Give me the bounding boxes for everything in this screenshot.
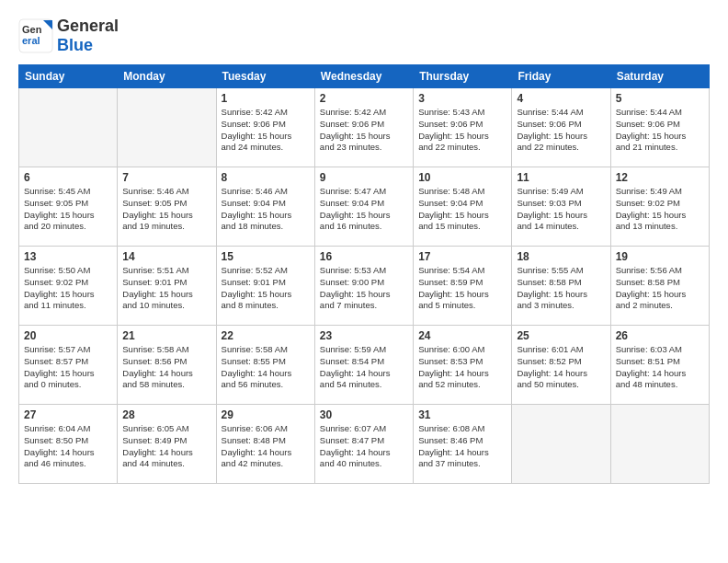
day-info: Sunrise: 5:45 AM Sunset: 9:05 PM Dayligh… [24, 186, 112, 233]
day-info: Sunrise: 5:43 AM Sunset: 9:06 PM Dayligh… [418, 107, 506, 154]
day-number: 13 [24, 250, 112, 263]
day-info: Sunrise: 6:03 AM Sunset: 8:51 PM Dayligh… [616, 344, 704, 391]
day-number: 26 [616, 329, 704, 342]
calendar-cell: 3Sunrise: 5:43 AM Sunset: 9:06 PM Daylig… [414, 88, 512, 167]
weekday-header-row: SundayMondayTuesdayWednesdayThursdayFrid… [19, 65, 710, 88]
day-number: 9 [320, 171, 408, 184]
day-info: Sunrise: 6:07 AM Sunset: 8:47 PM Dayligh… [320, 423, 408, 470]
calendar-cell: 14Sunrise: 5:51 AM Sunset: 9:01 PM Dayli… [118, 247, 216, 326]
page-header: Gen eral General Blue [18, 17, 710, 55]
calendar-body: 1Sunrise: 5:42 AM Sunset: 9:06 PM Daylig… [19, 88, 710, 484]
day-number: 17 [418, 250, 506, 263]
day-number: 7 [122, 171, 210, 184]
day-info: Sunrise: 6:00 AM Sunset: 8:53 PM Dayligh… [418, 344, 506, 391]
calendar-cell: 5Sunrise: 5:44 AM Sunset: 9:06 PM Daylig… [610, 88, 709, 167]
day-info: Sunrise: 5:49 AM Sunset: 9:02 PM Dayligh… [616, 186, 704, 233]
day-number: 28 [122, 408, 210, 421]
calendar-cell: 29Sunrise: 6:06 AM Sunset: 8:48 PM Dayli… [216, 405, 314, 484]
calendar-cell: 7Sunrise: 5:46 AM Sunset: 9:05 PM Daylig… [118, 167, 216, 247]
day-number: 19 [616, 250, 704, 263]
logo-svg: Gen eral [18, 18, 53, 53]
day-number: 5 [616, 92, 704, 105]
day-number: 6 [24, 171, 112, 184]
calendar-cell: 9Sunrise: 5:47 AM Sunset: 9:04 PM Daylig… [314, 167, 413, 247]
day-info: Sunrise: 5:50 AM Sunset: 9:02 PM Dayligh… [24, 265, 112, 312]
day-info: Sunrise: 5:58 AM Sunset: 8:55 PM Dayligh… [222, 344, 310, 391]
logo: Gen eral General Blue [18, 17, 119, 55]
day-info: Sunrise: 5:49 AM Sunset: 9:03 PM Dayligh… [517, 186, 605, 233]
day-number: 29 [222, 408, 310, 421]
day-number: 27 [24, 408, 112, 421]
day-info: Sunrise: 6:08 AM Sunset: 8:46 PM Dayligh… [418, 423, 506, 470]
day-number: 14 [122, 250, 210, 263]
day-number: 16 [320, 250, 408, 263]
calendar-cell: 15Sunrise: 5:52 AM Sunset: 9:01 PM Dayli… [216, 247, 314, 326]
day-number: 8 [222, 171, 310, 184]
calendar-cell: 23Sunrise: 5:59 AM Sunset: 8:54 PM Dayli… [314, 326, 413, 405]
weekday-header-thursday: Thursday [414, 65, 512, 88]
calendar-cell [118, 88, 216, 167]
calendar-cell [610, 405, 709, 484]
weekday-header-sunday: Sunday [19, 65, 118, 88]
day-info: Sunrise: 5:46 AM Sunset: 9:05 PM Dayligh… [122, 186, 210, 233]
day-info: Sunrise: 5:48 AM Sunset: 9:04 PM Dayligh… [418, 186, 506, 233]
calendar-cell: 11Sunrise: 5:49 AM Sunset: 9:03 PM Dayli… [512, 167, 610, 247]
calendar-cell: 8Sunrise: 5:46 AM Sunset: 9:04 PM Daylig… [216, 167, 314, 247]
calendar-cell: 27Sunrise: 6:04 AM Sunset: 8:50 PM Dayli… [19, 405, 118, 484]
day-number: 20 [24, 329, 112, 342]
calendar-week-row: 27Sunrise: 6:04 AM Sunset: 8:50 PM Dayli… [19, 405, 710, 484]
day-info: Sunrise: 6:04 AM Sunset: 8:50 PM Dayligh… [24, 423, 112, 470]
day-info: Sunrise: 5:54 AM Sunset: 8:59 PM Dayligh… [418, 265, 506, 312]
calendar-cell: 6Sunrise: 5:45 AM Sunset: 9:05 PM Daylig… [19, 167, 118, 247]
calendar-cell: 31Sunrise: 6:08 AM Sunset: 8:46 PM Dayli… [414, 405, 512, 484]
day-info: Sunrise: 5:58 AM Sunset: 8:56 PM Dayligh… [122, 344, 210, 391]
day-number: 21 [122, 329, 210, 342]
day-number: 24 [418, 329, 506, 342]
day-number: 12 [616, 171, 704, 184]
day-info: Sunrise: 5:57 AM Sunset: 8:57 PM Dayligh… [24, 344, 112, 391]
day-number: 3 [418, 92, 506, 105]
calendar-table: SundayMondayTuesdayWednesdayThursdayFrid… [18, 64, 710, 484]
calendar-cell: 22Sunrise: 5:58 AM Sunset: 8:55 PM Dayli… [216, 326, 314, 405]
day-info: Sunrise: 5:51 AM Sunset: 9:01 PM Dayligh… [122, 265, 210, 312]
weekday-header-monday: Monday [118, 65, 216, 88]
day-number: 4 [517, 92, 605, 105]
calendar-cell: 18Sunrise: 5:55 AM Sunset: 8:58 PM Dayli… [512, 247, 610, 326]
day-info: Sunrise: 5:44 AM Sunset: 9:06 PM Dayligh… [517, 107, 605, 154]
weekday-header-tuesday: Tuesday [216, 65, 314, 88]
day-number: 15 [222, 250, 310, 263]
day-info: Sunrise: 5:56 AM Sunset: 8:58 PM Dayligh… [616, 265, 704, 312]
calendar-week-row: 6Sunrise: 5:45 AM Sunset: 9:05 PM Daylig… [19, 167, 710, 247]
day-info: Sunrise: 5:47 AM Sunset: 9:04 PM Dayligh… [320, 186, 408, 233]
weekday-header-wednesday: Wednesday [314, 65, 413, 88]
calendar-header: SundayMondayTuesdayWednesdayThursdayFrid… [19, 65, 710, 88]
day-info: Sunrise: 5:59 AM Sunset: 8:54 PM Dayligh… [320, 344, 408, 391]
day-info: Sunrise: 5:44 AM Sunset: 9:06 PM Dayligh… [616, 107, 704, 154]
calendar-cell [19, 88, 118, 167]
logo-blue: Blue [57, 36, 93, 54]
calendar-cell: 16Sunrise: 5:53 AM Sunset: 9:00 PM Dayli… [314, 247, 413, 326]
calendar-week-row: 20Sunrise: 5:57 AM Sunset: 8:57 PM Dayli… [19, 326, 710, 405]
day-info: Sunrise: 5:53 AM Sunset: 9:00 PM Dayligh… [320, 265, 408, 312]
day-number: 11 [517, 171, 605, 184]
calendar-cell: 24Sunrise: 6:00 AM Sunset: 8:53 PM Dayli… [414, 326, 512, 405]
calendar-cell: 19Sunrise: 5:56 AM Sunset: 8:58 PM Dayli… [610, 247, 709, 326]
day-info: Sunrise: 6:01 AM Sunset: 8:52 PM Dayligh… [517, 344, 605, 391]
day-info: Sunrise: 6:05 AM Sunset: 8:49 PM Dayligh… [122, 423, 210, 470]
day-info: Sunrise: 6:06 AM Sunset: 8:48 PM Dayligh… [222, 423, 310, 470]
calendar-week-row: 13Sunrise: 5:50 AM Sunset: 9:02 PM Dayli… [19, 247, 710, 326]
day-info: Sunrise: 5:42 AM Sunset: 9:06 PM Dayligh… [222, 107, 310, 154]
calendar-cell: 13Sunrise: 5:50 AM Sunset: 9:02 PM Dayli… [19, 247, 118, 326]
day-number: 10 [418, 171, 506, 184]
svg-text:Gen: Gen [22, 24, 42, 35]
calendar-cell: 28Sunrise: 6:05 AM Sunset: 8:49 PM Dayli… [118, 405, 216, 484]
day-number: 1 [222, 92, 310, 105]
day-info: Sunrise: 5:46 AM Sunset: 9:04 PM Dayligh… [222, 186, 310, 233]
calendar-cell [512, 405, 610, 484]
day-number: 2 [320, 92, 408, 105]
calendar-cell: 10Sunrise: 5:48 AM Sunset: 9:04 PM Dayli… [414, 167, 512, 247]
day-info: Sunrise: 5:52 AM Sunset: 9:01 PM Dayligh… [222, 265, 310, 312]
weekday-header-saturday: Saturday [610, 65, 709, 88]
calendar-cell: 1Sunrise: 5:42 AM Sunset: 9:06 PM Daylig… [216, 88, 314, 167]
calendar-cell: 25Sunrise: 6:01 AM Sunset: 8:52 PM Dayli… [512, 326, 610, 405]
